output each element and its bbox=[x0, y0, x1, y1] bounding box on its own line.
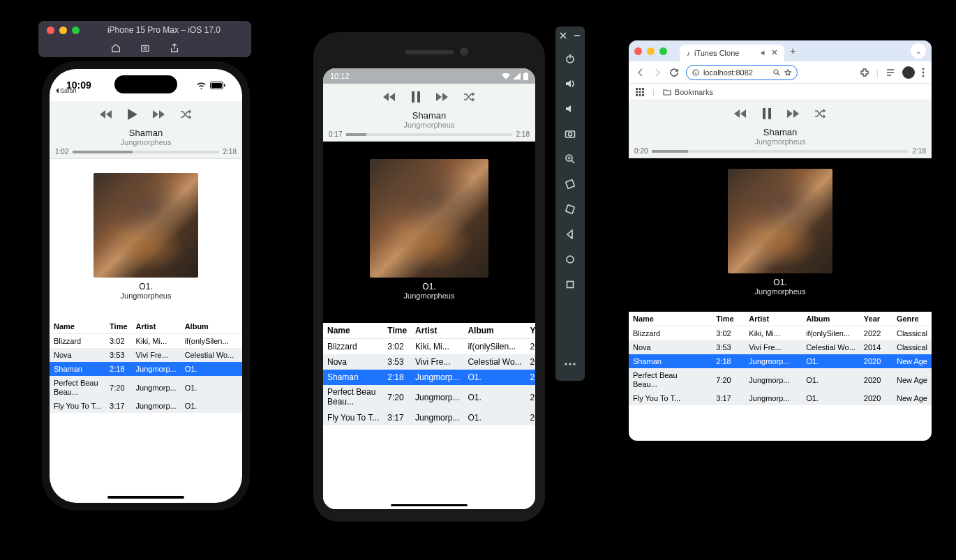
col-name[interactable]: Name bbox=[323, 323, 383, 339]
col-artist[interactable]: Artist bbox=[745, 312, 802, 326]
minimize-icon[interactable] bbox=[572, 31, 582, 40]
col-year[interactable]: Year bbox=[238, 319, 242, 334]
svg-rect-13 bbox=[566, 180, 575, 189]
overview-icon[interactable] bbox=[561, 273, 579, 296]
table-row[interactable]: Fly You To T...3:17Jungmorp...O1.2020New… bbox=[629, 391, 932, 405]
col-album[interactable]: Album bbox=[181, 319, 239, 334]
table-row[interactable]: Shaman2:18Jungmorp...O1.2020New Age bbox=[629, 354, 932, 368]
browser-tab[interactable]: ♪ iTunes Clone bbox=[680, 45, 784, 61]
next-button[interactable] bbox=[436, 91, 449, 103]
table-row[interactable]: Fly You To T...3:17Jungmorp...O1.2020New… bbox=[323, 410, 535, 425]
svg-rect-30 bbox=[642, 91, 644, 93]
col-artist[interactable]: Artist bbox=[411, 323, 463, 339]
home-icon[interactable] bbox=[111, 43, 121, 53]
zoom-in-icon[interactable] bbox=[561, 148, 579, 170]
table-row[interactable]: Perfect BeauBeau...7:20Jungmorp...O1.202… bbox=[50, 376, 242, 399]
table-row[interactable]: Fly You To T...3:17Jungmorp...O1.2020New… bbox=[50, 399, 242, 413]
pause-button[interactable] bbox=[410, 91, 422, 103]
col-artist[interactable]: Artist bbox=[132, 319, 181, 334]
tab-audio-icon[interactable] bbox=[761, 50, 768, 56]
next-button[interactable] bbox=[153, 108, 165, 121]
shuffle-button[interactable] bbox=[179, 108, 192, 121]
shuffle-button[interactable] bbox=[814, 107, 826, 120]
next-button[interactable] bbox=[787, 107, 800, 120]
power-icon[interactable] bbox=[561, 47, 579, 70]
table-row[interactable]: Nova3:53Vivi Fre...Celestial Wo...2014Cl… bbox=[629, 340, 932, 354]
col-time[interactable]: Time bbox=[105, 319, 131, 334]
svg-rect-25 bbox=[636, 88, 638, 90]
android-device-frame: 10:12 Shaman Jungmorpheus bbox=[313, 32, 545, 522]
back-to-safari[interactable]: Safari bbox=[55, 87, 77, 94]
zoom-icon[interactable] bbox=[72, 27, 80, 34]
screenshot-icon[interactable] bbox=[140, 43, 150, 53]
progress-bar[interactable] bbox=[73, 151, 218, 153]
profile-avatar[interactable] bbox=[902, 66, 915, 79]
apps-grid-icon[interactable] bbox=[636, 88, 644, 96]
close-icon[interactable] bbox=[558, 31, 568, 40]
kebab-menu-icon[interactable] bbox=[922, 68, 925, 77]
progress-bar[interactable] bbox=[346, 133, 511, 136]
pause-button[interactable] bbox=[761, 107, 773, 120]
col-year[interactable]: Year bbox=[526, 323, 535, 339]
col-time[interactable]: Time bbox=[712, 312, 745, 326]
window-traffic-lights[interactable] bbox=[634, 47, 667, 55]
extensions-icon[interactable] bbox=[860, 68, 869, 77]
window-traffic-lights[interactable] bbox=[47, 27, 80, 34]
new-tab-button[interactable]: + bbox=[790, 45, 796, 56]
prev-button[interactable] bbox=[383, 91, 396, 103]
zoom-indicator-icon[interactable] bbox=[773, 69, 780, 76]
rotate-right-icon[interactable] bbox=[561, 198, 579, 220]
android-clock: 10:12 bbox=[330, 72, 350, 80]
album-artwork bbox=[370, 159, 488, 278]
table-row[interactable]: Perfect BeauBeau...7:20Jungmorp...O1.202… bbox=[323, 385, 535, 410]
col-album[interactable]: Album bbox=[802, 312, 860, 326]
col-time[interactable]: Time bbox=[383, 323, 411, 339]
volume-down-icon[interactable] bbox=[561, 98, 579, 120]
col-genre[interactable]: Genre bbox=[892, 312, 932, 326]
prev-button[interactable] bbox=[734, 107, 747, 120]
progress-bar[interactable] bbox=[652, 150, 908, 153]
col-album[interactable]: Album bbox=[463, 323, 525, 339]
table-row[interactable]: Shaman2:18Jungmorp...O1.2020New Age bbox=[323, 370, 535, 385]
address-bar[interactable]: localhost:8082 bbox=[686, 65, 798, 80]
volume-up-icon[interactable] bbox=[561, 73, 579, 95]
bookmarks-folder[interactable]: Bookmarks bbox=[663, 88, 713, 96]
tab-close-icon[interactable] bbox=[772, 50, 777, 56]
bookmark-star-icon[interactable] bbox=[784, 69, 791, 76]
rotate-left-icon[interactable] bbox=[561, 173, 579, 195]
close-icon[interactable] bbox=[47, 27, 54, 34]
table-row[interactable]: Nova3:53Vivi Fre...Celestial Wo...2014Cl… bbox=[50, 348, 242, 362]
nav-back-icon[interactable] bbox=[636, 68, 645, 77]
table-row[interactable]: Blizzard3:02Kiki, Mi...if(onlySilen...20… bbox=[50, 334, 242, 349]
minimize-icon[interactable] bbox=[59, 27, 67, 34]
reload-icon[interactable] bbox=[669, 68, 679, 77]
home-icon[interactable] bbox=[561, 248, 579, 271]
shuffle-button[interactable] bbox=[463, 91, 475, 103]
wifi-icon bbox=[196, 82, 207, 89]
minimize-icon[interactable] bbox=[647, 47, 655, 55]
svg-point-1 bbox=[144, 47, 147, 50]
share-icon[interactable] bbox=[170, 43, 179, 53]
back-icon[interactable] bbox=[561, 223, 579, 245]
col-name[interactable]: Name bbox=[50, 319, 105, 334]
camera-icon[interactable] bbox=[561, 123, 579, 145]
table-row[interactable]: Shaman2:18Jungmorp...O1.2020New Age bbox=[50, 362, 242, 376]
more-icon[interactable] bbox=[561, 353, 579, 375]
prev-button[interactable] bbox=[100, 108, 112, 121]
table-row[interactable]: Blizzard3:02Kiki, Mi...if(onlySilen...20… bbox=[629, 326, 932, 341]
site-info-icon[interactable] bbox=[692, 69, 699, 76]
album-title: O1. bbox=[404, 282, 455, 292]
reading-list-icon[interactable] bbox=[886, 68, 895, 77]
col-year[interactable]: Year bbox=[860, 312, 892, 326]
play-button[interactable] bbox=[126, 108, 139, 121]
nav-forward-icon[interactable] bbox=[652, 68, 662, 77]
close-icon[interactable] bbox=[634, 47, 642, 55]
table-row[interactable]: Blizzard3:02Kiki, Mi...if(onlySilen...20… bbox=[323, 339, 535, 355]
home-indicator[interactable] bbox=[107, 496, 184, 499]
chevron-down-icon[interactable]: ⌄ bbox=[911, 43, 926, 59]
table-row[interactable]: Perfect BeauBeau...7:20Jungmorp...O1.202… bbox=[629, 368, 932, 391]
table-row[interactable]: Nova3:53Vivi Fre...Celestial Wo...2014Cl… bbox=[323, 354, 535, 370]
zoom-icon[interactable] bbox=[659, 47, 667, 55]
gesture-bar[interactable] bbox=[391, 504, 468, 506]
col-name[interactable]: Name bbox=[629, 312, 712, 326]
